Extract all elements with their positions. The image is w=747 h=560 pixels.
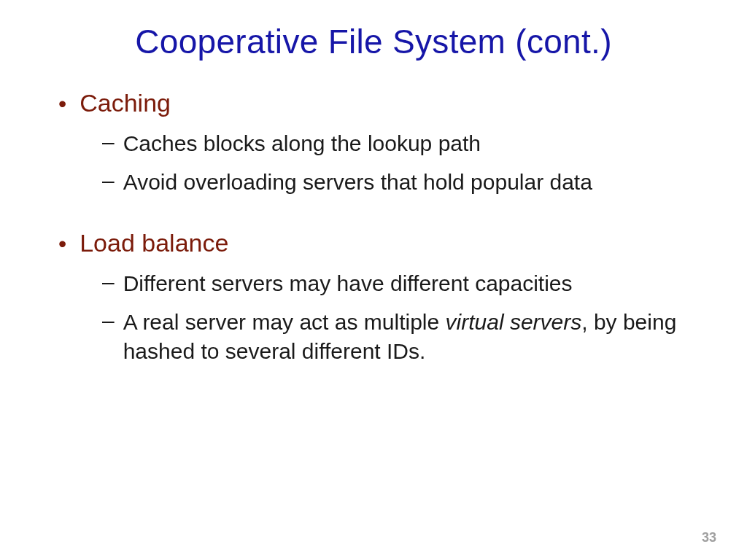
topic-load-balance: • Load balance – Different servers may h… xyxy=(58,229,703,367)
dash-icon: – xyxy=(102,168,115,194)
dash-icon: – xyxy=(102,308,115,334)
topic-title: Load balance xyxy=(80,229,228,257)
list-item: – A real server may act as multiple virt… xyxy=(102,308,703,367)
topic-title: Caching xyxy=(80,89,171,117)
sub-text: Different servers may have different cap… xyxy=(123,269,573,299)
dash-icon: – xyxy=(102,269,115,295)
slide-title: Cooperative File System (cont.) xyxy=(44,22,703,61)
topic-header: • Load balance xyxy=(58,229,703,257)
topic-header: • Caching xyxy=(58,89,703,117)
sub-list: – Different servers may have different c… xyxy=(58,269,703,367)
sub-text: Avoid overloading servers that hold popu… xyxy=(123,168,592,198)
list-item: – Caches blocks along the lookup path xyxy=(102,129,703,159)
sub-text: A real server may act as multiple virtua… xyxy=(123,308,703,367)
slide-content: • Caching – Caches blocks along the look… xyxy=(44,89,703,367)
list-item: – Avoid overloading servers that hold po… xyxy=(102,168,703,198)
page-number: 33 xyxy=(702,530,716,545)
sub-text: Caches blocks along the lookup path xyxy=(123,129,481,159)
topic-caching: • Caching – Caches blocks along the look… xyxy=(58,89,703,197)
slide: Cooperative File System (cont.) • Cachin… xyxy=(0,0,747,560)
list-item: – Different servers may have different c… xyxy=(102,269,703,299)
dash-icon: – xyxy=(102,129,115,155)
sub-list: – Caches blocks along the lookup path – … xyxy=(58,129,703,197)
bullet-icon: • xyxy=(58,232,66,255)
bullet-icon: • xyxy=(58,92,66,115)
